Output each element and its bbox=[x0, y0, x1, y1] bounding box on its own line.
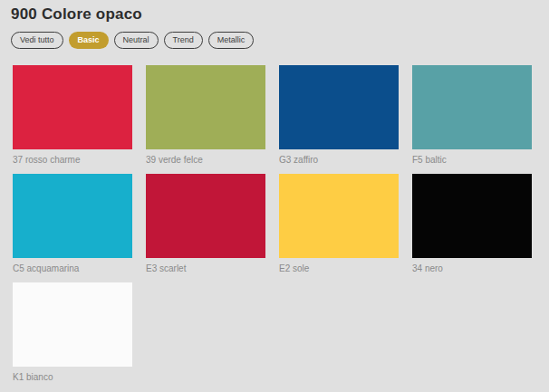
filter-chip-basic[interactable]: Basic bbox=[69, 32, 109, 49]
color-swatch-37-rosso-charme[interactable] bbox=[13, 65, 132, 149]
filter-chip-row: Vedi tuttoBasicNeutralTrendMetallic bbox=[11, 32, 549, 49]
page-title: 900 Colore opaco bbox=[11, 5, 549, 24]
color-picker-panel: { "page": { "title": "900 Colore opaco",… bbox=[0, 0, 549, 392]
color-swatch-cell-e2: E2 sole bbox=[279, 174, 399, 274]
color-swatch-cell-e3: E3 scarlet bbox=[146, 174, 265, 274]
color-swatch-label: C5 acquamarina bbox=[13, 263, 132, 274]
color-swatch-cell-39: 39 verde felce bbox=[146, 65, 265, 166]
filter-chip-trend[interactable]: Trend bbox=[164, 32, 203, 49]
color-swatch-label: E3 scarlet bbox=[146, 263, 265, 274]
color-swatch-g3-zaffiro[interactable] bbox=[279, 65, 399, 149]
color-swatch-label: E2 sole bbox=[279, 263, 399, 274]
filter-chip-metallic[interactable]: Metallic bbox=[208, 32, 255, 49]
color-swatch-cell-f5: F5 baltic bbox=[412, 65, 532, 166]
color-swatch-34-nero[interactable] bbox=[412, 174, 532, 258]
color-swatch-k1-bianco[interactable] bbox=[13, 282, 132, 367]
color-swatch-label: K1 bianco bbox=[13, 371, 132, 383]
color-swatch-grid: 37 rosso charme39 verde felceG3 zaffiroF… bbox=[13, 65, 537, 383]
color-swatch-cell-34: 34 nero bbox=[412, 174, 532, 274]
color-swatch-label: 39 verde felce bbox=[146, 154, 265, 166]
color-swatch-e2-sole[interactable] bbox=[279, 174, 399, 258]
color-swatch-f5-baltic[interactable] bbox=[412, 65, 532, 149]
filter-chip-vedi-tutto[interactable]: Vedi tutto bbox=[11, 32, 63, 49]
color-swatch-cell-k1: K1 bianco bbox=[13, 282, 132, 383]
color-swatch-label: F5 baltic bbox=[412, 154, 532, 166]
color-swatch-cell-c5: C5 acquamarina bbox=[13, 174, 132, 274]
filter-chip-neutral[interactable]: Neutral bbox=[114, 32, 159, 49]
color-swatch-label: 37 rosso charme bbox=[13, 154, 132, 166]
color-swatch-39-verde-felce[interactable] bbox=[146, 65, 265, 149]
color-swatch-cell-g3: G3 zaffiro bbox=[279, 65, 399, 166]
color-swatch-cell-37: 37 rosso charme bbox=[13, 65, 132, 166]
color-swatch-e3-scarlet[interactable] bbox=[146, 174, 265, 258]
color-swatch-label: 34 nero bbox=[412, 263, 532, 274]
color-swatch-label: G3 zaffiro bbox=[279, 154, 399, 166]
color-swatch-c5-acquamarina[interactable] bbox=[13, 174, 132, 258]
